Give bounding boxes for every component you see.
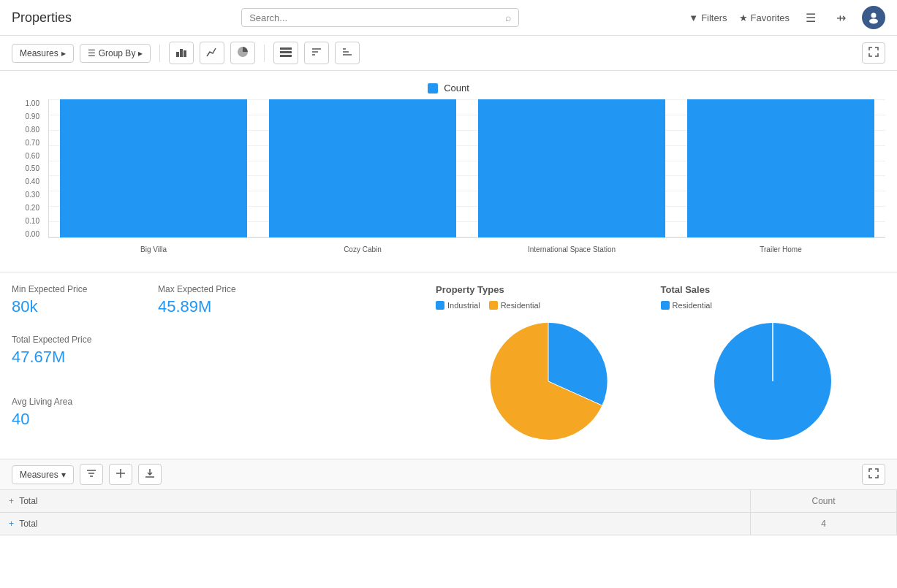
metric-avg-area: Avg Living Area 40: [12, 397, 436, 447]
expand-button[interactable]: [862, 42, 885, 64]
bottom-caret-icon: ▾: [61, 470, 66, 480]
favorites-button[interactable]: ★ Favorites: [739, 12, 790, 23]
table-total-row[interactable]: + Total 4: [0, 513, 897, 535]
bar-label-trailer-home: Trailer Home: [760, 245, 801, 253]
y-label-0: 1.00: [26, 99, 39, 107]
pie-chart-button[interactable]: [230, 42, 255, 64]
count-legend-label: Count: [444, 83, 469, 93]
main-toolbar: Measures ▸ ☰ Group By ▸: [0, 36, 897, 71]
industrial-legend-label: Industrial: [447, 301, 480, 310]
y-label-3: 0.70: [26, 139, 39, 147]
table-section-header-row: + Total Count: [0, 490, 897, 513]
sort-icon-button[interactable]: [304, 42, 329, 64]
bar-group-iss[interactable]: International Space Station: [467, 99, 676, 237]
bars-area: Big Villa Cozy Cabin International Space…: [48, 99, 885, 238]
caret-icon: ▸: [61, 48, 66, 58]
group-by-dropdown-button[interactable]: ☰ Group By ▸: [80, 44, 151, 63]
svg-rect-6: [280, 51, 292, 53]
residential-legend-color: [489, 301, 498, 310]
total-sales-legend-label: Residential: [673, 301, 712, 310]
count-column-header: Count: [811, 496, 835, 506]
list-view-icon-button[interactable]: [273, 42, 298, 64]
line-chart-button[interactable]: [200, 42, 224, 64]
bar-label-iss: International Space Station: [528, 245, 616, 253]
search-box[interactable]: ⌕: [241, 8, 519, 27]
bar-chart-button[interactable]: [169, 42, 194, 64]
property-types-title: Property Types: [436, 284, 661, 295]
plus-icon-2: +: [9, 519, 14, 529]
metrics-row: Min Expected Price 80k Max Expected Pric…: [0, 272, 897, 459]
svg-point-1: [869, 19, 878, 24]
bar-trailer-home[interactable]: [687, 99, 874, 237]
star-icon: ★: [739, 12, 748, 23]
y-label-2: 0.80: [26, 126, 39, 134]
search-input[interactable]: [249, 12, 505, 23]
bar-chart-area: Count 1.00 0.90 0.80 0.70 0.60 0.50 0.40…: [0, 71, 897, 272]
separator-1: [159, 45, 160, 62]
bar-cozy-cabin[interactable]: [269, 99, 456, 237]
bar-group-cozy-cabin[interactable]: Cozy Cabin: [258, 99, 467, 237]
measures-label: Measures: [20, 48, 58, 58]
total-label: Total: [19, 496, 37, 506]
total-sales-color: [661, 301, 670, 310]
bar-group-big-villa[interactable]: Big Villa: [49, 99, 258, 237]
y-label-7: 0.30: [26, 191, 39, 199]
group-by-icon: ☰: [88, 48, 96, 58]
list-view-button[interactable]: ☰: [801, 9, 820, 26]
kpi-group: Min Expected Price 80k Max Expected Pric…: [12, 284, 436, 447]
metric-total-price-value: 47.67M: [12, 348, 135, 367]
sort-desc-button[interactable]: [335, 42, 360, 64]
y-label-1: 0.90: [26, 112, 39, 121]
separator-2: [264, 45, 265, 62]
table-total-count-cell: 4: [751, 513, 897, 535]
bar-chart-legend: Count: [12, 83, 885, 93]
property-types-section: Property Types Industrial Residential: [436, 284, 661, 447]
metric-max-price: Max Expected Price 45.89M: [158, 284, 304, 335]
metric-min-price-value: 80k: [12, 297, 135, 316]
table-total-label-cell: + Total: [0, 513, 751, 535]
avatar[interactable]: [862, 6, 885, 29]
svg-point-0: [871, 13, 877, 18]
svg-rect-7: [280, 55, 292, 57]
metric-min-price-label: Min Expected Price: [12, 284, 135, 294]
metric-max-price-label: Max Expected Price: [158, 284, 281, 294]
filters-label: Filters: [701, 12, 727, 23]
count-legend-color: [428, 83, 438, 93]
metric-total-price: Total Expected Price 47.67M: [12, 335, 158, 385]
bottom-download-button[interactable]: [138, 464, 162, 485]
y-label-5: 0.50: [26, 164, 39, 172]
bottom-toolbar: Measures ▾: [0, 459, 897, 490]
total-row-label: Total: [19, 519, 37, 529]
filter-icon: ▼: [689, 12, 698, 23]
y-label-10: 0.00: [26, 230, 39, 238]
total-sales-section: Total Sales Residential: [661, 284, 886, 447]
page-title: Properties: [12, 10, 72, 26]
filters-button[interactable]: ▼ Filters: [689, 12, 727, 23]
metric-max-price-value: 45.89M: [158, 297, 281, 316]
bar-big-villa[interactable]: [60, 99, 247, 237]
total-sales-title: Total Sales: [661, 284, 886, 295]
caret-icon-2: ▸: [138, 48, 143, 58]
metric-total-price-label: Total Expected Price: [12, 335, 135, 345]
y-label-6: 0.40: [26, 177, 39, 186]
bar-iss[interactable]: [478, 99, 665, 237]
count-header-cell: Count: [751, 490, 897, 512]
header-actions: ▼ Filters ★ Favorites ☰ ⇸: [689, 6, 885, 29]
bottom-filter-button[interactable]: [80, 464, 103, 485]
industrial-legend-color: [436, 301, 444, 310]
total-section-header: + Total: [0, 490, 751, 512]
bar-group-trailer-home[interactable]: Trailer Home: [676, 99, 885, 237]
bottom-add-button[interactable]: [109, 464, 132, 485]
y-axis: 1.00 0.90 0.80 0.70 0.60 0.50 0.40 0.30 …: [12, 99, 45, 238]
bottom-expand-button[interactable]: [862, 464, 885, 485]
search-area: ⌕: [72, 8, 689, 27]
plus-icon: +: [9, 496, 14, 506]
svg-rect-2: [176, 52, 179, 57]
bar-label-cozy-cabin: Cozy Cabin: [344, 245, 382, 253]
measures-dropdown-button[interactable]: Measures ▸: [12, 44, 74, 63]
svg-rect-5: [280, 47, 292, 50]
grid-view-button[interactable]: ⇸: [832, 9, 850, 26]
bottom-measures-button[interactable]: Measures ▾: [12, 465, 74, 484]
bottom-measures-label: Measures: [20, 470, 58, 480]
property-types-pie: [436, 316, 661, 447]
